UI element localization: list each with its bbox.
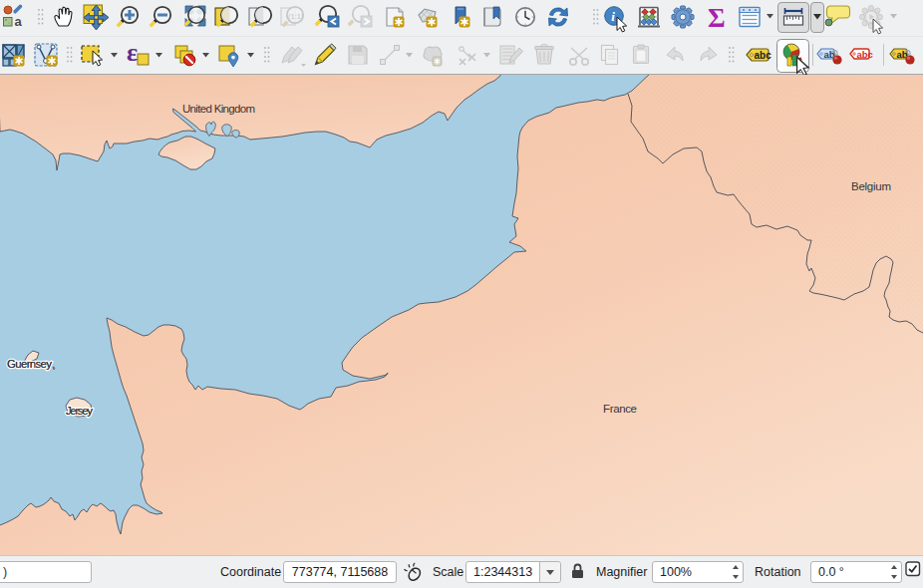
svg-text:ε: ε [127,38,138,67]
svg-text:Guernsey: Guernsey [7,358,52,370]
svg-text:(1:1): (1:1) [288,12,304,21]
svg-text:i: i [611,9,615,24]
svg-text:abc: abc [755,50,772,61]
svg-text:France: France [603,403,637,415]
svg-text:Σ: Σ [708,3,726,33]
svg-text:abc: abc [857,49,873,60]
svg-text:United Kingdom: United Kingdom [182,103,255,115]
svg-text:a: a [15,14,23,29]
svg-text:Jersey: Jersey [66,405,93,417]
svg-text:Belgium: Belgium [851,180,891,192]
